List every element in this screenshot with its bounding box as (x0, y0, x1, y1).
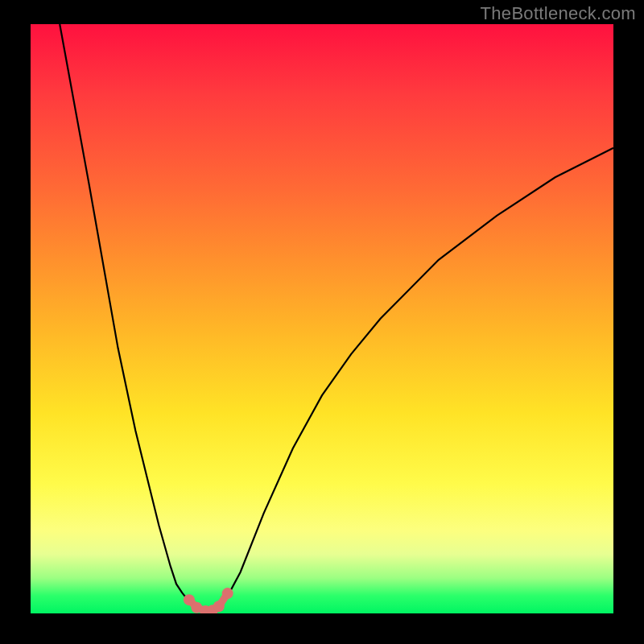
curve-right-branch (217, 148, 613, 610)
curve-left-branch (60, 24, 200, 610)
marker-point (222, 588, 233, 599)
marker-point (213, 601, 225, 612)
bottom-black-bar (31, 613, 613, 644)
watermark-text: TheBottleneck.com (481, 3, 636, 24)
chart-frame: TheBottleneck.com (0, 0, 644, 644)
chart-svg (31, 24, 613, 613)
